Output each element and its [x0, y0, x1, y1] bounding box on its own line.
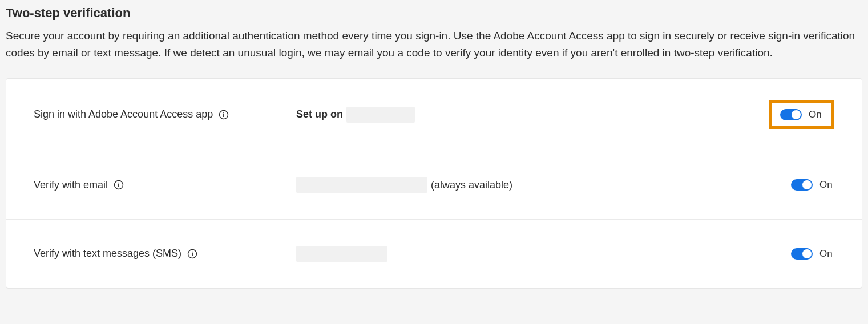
- email-availability: (always available): [431, 179, 512, 191]
- section-description: Secure your account by requiring an addi…: [6, 27, 862, 62]
- toggle-verify-sms[interactable]: [791, 248, 813, 260]
- row-label-container: Verify with text messages (SMS): [34, 248, 296, 260]
- svg-point-4: [118, 183, 119, 184]
- toggle-container: On: [791, 179, 834, 191]
- row-app-label: Sign in with Adobe Account Access app: [34, 108, 213, 120]
- row-label-container: Verify with email: [34, 179, 296, 191]
- info-icon[interactable]: [219, 110, 229, 120]
- two-step-verification-card: Sign in with Adobe Account Access app Se…: [6, 78, 862, 289]
- row-email-value: (always available): [296, 177, 791, 193]
- row-verify-email: Verify with email (always available) On: [6, 151, 862, 220]
- row-label-container: Sign in with Adobe Account Access app: [34, 108, 296, 120]
- row-account-access-app: Sign in with Adobe Account Access app Se…: [6, 79, 862, 151]
- row-sms-value: [296, 246, 791, 262]
- svg-point-7: [192, 251, 193, 252]
- row-sms-label: Verify with text messages (SMS): [34, 248, 181, 260]
- redacted-phone-number: [296, 246, 387, 262]
- section-title: Two-step verification: [6, 6, 862, 21]
- row-email-label: Verify with email: [34, 179, 108, 191]
- toggle-app-state: On: [809, 109, 823, 120]
- redacted-device-name: [346, 107, 415, 123]
- toggle-app-access[interactable]: [780, 109, 802, 120]
- svg-point-1: [223, 112, 224, 113]
- toggle-container: On: [791, 248, 834, 260]
- toggle-email-state: On: [819, 179, 834, 191]
- toggle-verify-email[interactable]: [791, 179, 813, 191]
- info-icon[interactable]: [187, 249, 197, 259]
- toggle-sms-state: On: [819, 248, 834, 260]
- setup-on-label: Set up on: [296, 108, 343, 120]
- redacted-email-address: [296, 177, 427, 193]
- row-verify-sms: Verify with text messages (SMS) On: [6, 220, 862, 288]
- info-icon[interactable]: [114, 180, 124, 190]
- highlighted-toggle-container: On: [769, 100, 834, 129]
- row-app-value: Set up on: [296, 107, 769, 123]
